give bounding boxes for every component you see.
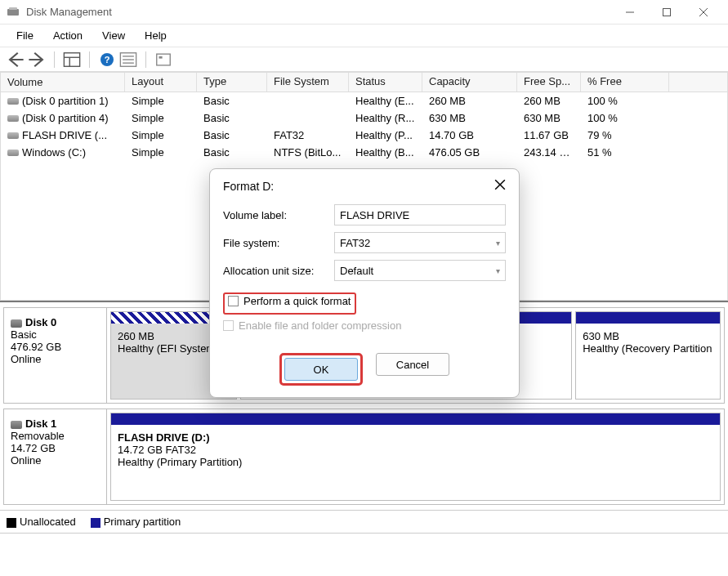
partition[interactable]: FLASH DRIVE (D:)14.72 GB FAT32Healthy (P…: [110, 413, 721, 501]
col-capacity[interactable]: Capacity: [422, 73, 517, 92]
ok-button[interactable]: OK: [284, 358, 358, 381]
svg-rect-3: [663, 8, 670, 16]
quick-format-label: Perform a quick format: [243, 295, 351, 307]
volume-label-label: Volume label:: [223, 209, 328, 221]
window-title: Disk Management: [26, 6, 611, 18]
svg-rect-6: [64, 52, 79, 66]
volume-row[interactable]: (Disk 0 partition 1)SimpleBasicHealthy (…: [1, 92, 727, 109]
volume-icon: [7, 150, 19, 156]
col-volume[interactable]: Volume: [1, 73, 125, 92]
legend-primary: Primary partition: [91, 516, 181, 528]
legend: Unallocated Primary partition: [0, 510, 728, 533]
chevron-down-icon: ▾: [496, 266, 500, 275]
menu-file[interactable]: File: [7, 27, 43, 44]
volume-label-input[interactable]: FLASH DRIVE: [334, 204, 506, 225]
legend-unallocated: Unallocated: [7, 516, 76, 528]
properties-icon[interactable]: [119, 51, 137, 69]
file-system-label: File system:: [223, 237, 328, 249]
statusbar: [0, 533, 728, 551]
compression-checkbox: [223, 320, 234, 331]
toolbar: ?: [0, 47, 728, 72]
volume-list-header: Volume Layout Type File System Status Ca…: [1, 73, 727, 92]
allocation-size-label: Allocation unit size:: [223, 265, 328, 277]
partition[interactable]: 630 MBHealthy (Recovery Partition: [575, 311, 721, 400]
back-icon[interactable]: [7, 51, 25, 69]
format-dialog: Format D: Volume label: FLASH DRIVE File…: [209, 168, 520, 398]
col-pfree[interactable]: % Free: [581, 73, 669, 92]
menu-help[interactable]: Help: [135, 27, 176, 44]
disk-icon: [11, 421, 22, 429]
app-icon: [7, 6, 20, 19]
svg-rect-1: [9, 7, 17, 10]
volume-row[interactable]: FLASH DRIVE (...SimpleBasicFAT32Healthy …: [1, 127, 727, 144]
settings-icon[interactable]: [154, 51, 172, 69]
titlebar: Disk Management: [0, 0, 728, 25]
svg-rect-13: [157, 54, 171, 65]
close-button[interactable]: [685, 0, 721, 25]
menubar: File Action View Help: [0, 25, 728, 47]
volume-icon: [7, 98, 19, 105]
quick-format-highlight: Perform a quick format: [223, 292, 356, 315]
col-layout[interactable]: Layout: [125, 73, 197, 92]
show-hide-icon[interactable]: [63, 51, 81, 69]
forward-icon[interactable]: [28, 51, 46, 69]
dialog-title: Format D:: [223, 180, 274, 193]
quick-format-checkbox[interactable]: [228, 296, 239, 306]
col-type[interactable]: Type: [197, 73, 267, 92]
volume-row[interactable]: (Disk 0 partition 4)SimpleBasicHealthy (…: [1, 109, 727, 127]
menu-view[interactable]: View: [92, 27, 135, 44]
disk-info: Disk 1 Removable14.72 GBOnline: [4, 409, 107, 504]
volume-icon: [7, 115, 19, 122]
chevron-down-icon: ▾: [496, 239, 500, 248]
file-system-select[interactable]: FAT32▾: [334, 232, 506, 253]
col-fs[interactable]: File System: [267, 73, 349, 92]
dialog-close-button[interactable]: [494, 179, 506, 193]
disk-info: Disk 0 Basic476.92 GBOnline: [4, 308, 107, 403]
disk-icon: [11, 319, 22, 328]
menu-action[interactable]: Action: [43, 27, 92, 44]
minimize-button[interactable]: [611, 0, 648, 25]
cancel-button[interactable]: Cancel: [376, 353, 449, 376]
volume-icon: [7, 132, 19, 139]
ok-button-highlight: OK: [279, 353, 363, 386]
svg-rect-0: [7, 9, 19, 16]
maximize-button[interactable]: [648, 0, 685, 25]
compression-label: Enable file and folder compression: [239, 319, 401, 332]
col-status[interactable]: Status: [349, 73, 422, 92]
disk-row: Disk 1 Removable14.72 GBOnlineFLASH DRIV…: [3, 409, 725, 505]
col-free[interactable]: Free Sp...: [517, 73, 581, 92]
svg-rect-14: [159, 56, 163, 58]
allocation-size-select[interactable]: Default▾: [334, 260, 506, 281]
volume-row[interactable]: Windows (C:)SimpleBasicNTFS (BitLo...Hea…: [1, 144, 727, 161]
help-icon[interactable]: ?: [98, 51, 116, 69]
